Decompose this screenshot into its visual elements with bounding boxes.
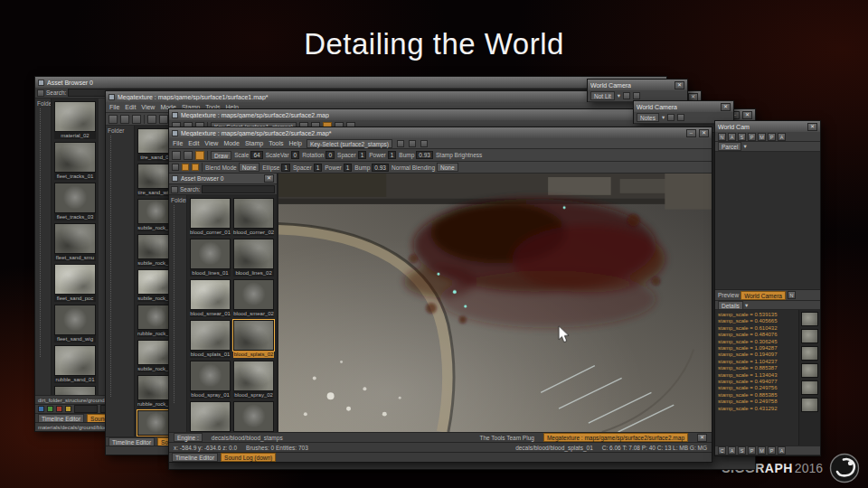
layer-swatch-red[interactable]: [56, 406, 62, 412]
menu-item[interactable]: File: [173, 140, 183, 146]
close-icon[interactable]: ✕: [264, 174, 274, 183]
camera-bottom-button[interactable]: S: [738, 446, 746, 455]
stamp-scale-entry[interactable]: stamp_scale = 0.610432: [718, 325, 796, 332]
stamp-scale-entry[interactable]: stamp_scale = 0.249758: [718, 399, 796, 405]
n-button[interactable]: N: [788, 291, 796, 299]
menu-item[interactable]: Mode: [223, 140, 240, 146]
timeline-editor-button[interactable]: Timeline Editor: [172, 453, 218, 462]
asset-thumbnail[interactable]: blood_corner_01: [190, 198, 231, 236]
close-icon[interactable]: ✕: [699, 129, 709, 137]
asset-thumbnail[interactable]: blood_lines_02: [233, 239, 274, 277]
spacer-input[interactable]: 1: [358, 151, 367, 159]
camera-tool-button[interactable]: A: [778, 133, 786, 141]
timeline-editor-button[interactable]: Timeline Editor: [38, 414, 84, 423]
asset-thumbnail[interactable]: blood_spray_01: [190, 361, 231, 399]
stamp-scale-entry[interactable]: stamp_scale = 1.094287: [718, 345, 796, 352]
viewport[interactable]: [278, 174, 712, 432]
camera-tool-button[interactable]: P: [748, 133, 756, 141]
menu-extra-button[interactable]: [409, 140, 416, 147]
stamp-scale-entry[interactable]: stamp_scale = 1.104237: [718, 359, 796, 365]
asset-thumbnail[interactable]: blood_smear_01: [190, 279, 231, 317]
window-title-bar[interactable]: Asset Browser 0 ✕: [35, 77, 666, 88]
scale-input[interactable]: 64: [250, 151, 262, 159]
window-title-bar[interactable]: World Camera ✕: [588, 80, 687, 90]
engine-chip[interactable]: Engine :: [174, 433, 203, 442]
stamp-preview-thumb[interactable]: [801, 380, 818, 395]
camera-tool-button[interactable]: P: [768, 133, 776, 141]
search-input[interactable]: [202, 185, 275, 193]
folder-tree[interactable]: Folder: [106, 126, 135, 436]
stamp-scale-entry[interactable]: stamp_scale = 0.194097: [718, 352, 796, 358]
camera-bottom-button[interactable]: A: [728, 446, 736, 455]
menu-extra-button[interactable]: [420, 140, 428, 147]
stamp-preview-thumb[interactable]: [801, 398, 818, 412]
asset-thumbnail[interactable]: fleet_sand_wig: [54, 305, 96, 343]
camera-bottom-button[interactable]: P: [748, 446, 756, 455]
asset-thumbnail[interactable]: fleet_sand_smo: [54, 386, 96, 395]
toolbar-button[interactable]: [132, 115, 141, 124]
toolbar-button[interactable]: [159, 115, 168, 124]
menu-item[interactable]: Edit: [188, 140, 199, 146]
stamp-scale-entry[interactable]: stamp_scale = 0.484076: [718, 332, 796, 338]
camera-tool-button[interactable]: S: [738, 133, 746, 141]
bump2-input[interactable]: 0.93: [372, 164, 389, 172]
toolbar-button[interactable]: [108, 115, 118, 124]
power-input[interactable]: 1: [388, 151, 397, 159]
camera-tool-button[interactable]: A: [728, 133, 736, 141]
folder-tree[interactable]: Folder: [169, 195, 187, 432]
stamp-preview-thumb[interactable]: [801, 312, 818, 326]
window-title-bar[interactable]: World Cam ✕: [715, 121, 820, 132]
window-title-bar[interactable]: World Camera ✕: [634, 101, 733, 112]
move-tool-icon[interactable]: [184, 151, 193, 160]
stamp-scale-entry[interactable]: stamp_scale = 0.885385: [718, 392, 796, 399]
menu-item[interactable]: Help: [288, 140, 301, 146]
filter-icon[interactable]: [171, 186, 178, 193]
camera-bottom-button[interactable]: M: [758, 446, 766, 455]
asset-thumbnail[interactable]: fleet_sand_smu: [54, 223, 96, 261]
stamp-scale-entry[interactable]: stamp_scale = 0.494077: [718, 379, 796, 385]
stamp-scale-entry[interactable]: stamp_scale = 0.405665: [718, 318, 796, 324]
menu-item[interactable]: Tools: [269, 140, 283, 146]
blend-option-button[interactable]: [172, 164, 179, 171]
layer-value-field[interactable]: [74, 405, 98, 413]
ellipse-input[interactable]: 1: [281, 164, 290, 172]
world-camera-chip[interactable]: World Camera: [741, 291, 786, 300]
select-tool-icon[interactable]: [172, 151, 181, 160]
window-title-bar[interactable]: Megatexture : maps/game/sp/surface2/surf…: [169, 127, 712, 138]
stamp-tool-icon[interactable]: [195, 151, 204, 160]
layer-swatch-yellow[interactable]: [65, 406, 71, 412]
toolbar-button[interactable]: [120, 115, 129, 124]
timeline-editor-button[interactable]: Timeline Editor: [108, 437, 155, 446]
lighting-mode-dropdown[interactable]: Not Lit: [590, 91, 615, 100]
stamp-scale-entry[interactable]: stamp_scale = 0.431292: [718, 406, 796, 412]
power2-input[interactable]: 1: [344, 164, 353, 172]
menu-item[interactable]: View: [141, 104, 155, 110]
camera-bottom-button[interactable]: P: [768, 446, 776, 455]
close-icon[interactable]: ✕: [697, 434, 707, 442]
parcel-dropdown[interactable]: Parcel: [718, 142, 741, 151]
layer-swatch-blue[interactable]: [38, 406, 44, 412]
asset-thumbnail[interactable]: blood_smear_02: [233, 279, 274, 317]
minimize-icon[interactable]: –: [686, 129, 696, 137]
asset-thumbnail[interactable]: blood_splats_03: [190, 401, 231, 432]
camera-option-button[interactable]: [623, 92, 630, 99]
stamp-preview-thumb[interactable]: [801, 346, 818, 361]
stamp-preview-thumb[interactable]: [801, 329, 818, 343]
stamp-scale-entry[interactable]: stamp_scale = 1.134043: [718, 372, 796, 379]
megatexture-doc-chip[interactable]: Megatexture : maps/game/sp/surface2/surf…: [543, 433, 688, 442]
asset-thumbnail[interactable]: fleet_tracks_03: [54, 183, 96, 221]
stamp-preview-thumb[interactable]: [801, 363, 818, 378]
camera-bottom-button[interactable]: A: [778, 446, 786, 455]
stamp-scale-entry[interactable]: stamp_scale = 0.885387: [718, 365, 796, 371]
camera-option-button[interactable]: [667, 114, 675, 121]
close-icon[interactable]: ✕: [675, 81, 684, 89]
blend-mode-dropdown[interactable]: None: [239, 163, 260, 172]
menu-item[interactable]: Edit: [125, 104, 136, 110]
camera-tool-button[interactable]: M: [758, 133, 766, 141]
menu-item[interactable]: File: [109, 104, 119, 110]
layer-swatch-green[interactable]: [47, 406, 53, 412]
asset-browser-tab[interactable]: Asset Browser 0 ✕: [169, 174, 277, 184]
key-select-chip[interactable]: Key-Select (surface2_stamps): [307, 139, 392, 148]
notes-dropdown[interactable]: Notes: [637, 113, 659, 122]
scalevar-input[interactable]: 0: [291, 151, 300, 159]
